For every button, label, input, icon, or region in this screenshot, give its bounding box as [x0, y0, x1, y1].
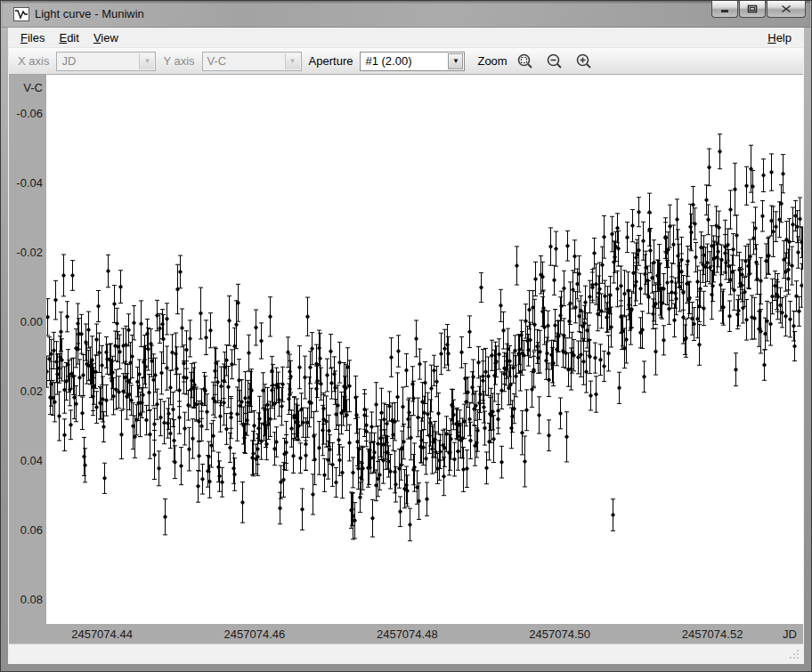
menu-view[interactable]: View [86, 29, 126, 46]
x-axis-label: X axis [18, 54, 49, 68]
zoom-in-icon [575, 53, 593, 70]
x-tick-label: 2457074.52 [682, 627, 743, 641]
aperture-combo-arrow-icon: ▼ [448, 53, 463, 69]
x-axis-combo-value: JD [61, 54, 76, 68]
y-tick-label: 0.00 [20, 314, 43, 328]
x-axis-band: 2457074.442457074.462457074.482457074.50… [9, 624, 803, 644]
window-title: Light curve - Muniwin [35, 7, 144, 20]
close-button[interactable] [767, 1, 806, 18]
y-tick-label: 0.08 [20, 593, 43, 606]
x-axis-title: JD [783, 627, 797, 641]
status-bar [9, 644, 803, 663]
x-tick-label: 2457074.48 [377, 627, 438, 641]
maximize-button[interactable] [739, 1, 766, 18]
y-tick-label: 0.06 [20, 523, 43, 537]
maximize-icon [747, 4, 758, 13]
zoom-selection-button[interactable] [515, 51, 537, 72]
light-curve-canvas[interactable] [46, 75, 803, 624]
menu-bar: Files Edit View Help [9, 28, 803, 48]
aperture-combo[interactable]: #1 (2.00) ▼ [360, 52, 465, 71]
y-tick-label: 0.02 [20, 384, 43, 397]
y-tick-label: -0.04 [16, 175, 43, 189]
y-axis-title: V-C [23, 81, 43, 94]
y-axis-label: Y axis [163, 54, 194, 68]
y-tick-label: 0.04 [20, 454, 43, 467]
resize-grip[interactable] [788, 648, 800, 660]
zoom-in-button[interactable] [573, 51, 596, 72]
zoom-out-icon [546, 53, 564, 70]
zoom-selection-icon [516, 53, 534, 70]
zoom-label: Zoom [477, 54, 507, 68]
chart-region: V-C -0.06-0.04-0.020.000.020.040.060.08 … [9, 75, 803, 644]
x-axis-combo: JD ▼ [56, 52, 156, 71]
x-tick-label: 2457074.50 [529, 627, 590, 641]
menu-edit[interactable]: Edit [52, 29, 85, 46]
y-axis-combo: V-C ▼ [202, 52, 302, 71]
window-controls [710, 1, 806, 18]
y-axis-combo-value: V-C [207, 54, 227, 68]
y-axis-combo-arrow-icon: ▼ [285, 53, 300, 69]
x-tick-label: 2457074.46 [224, 627, 286, 641]
x-tick-label: 2457074.44 [71, 627, 133, 641]
minimize-icon [719, 4, 730, 13]
title-bar[interactable]: Light curve - Muniwin [2, 1, 810, 28]
app-window: Light curve - Muniwin File [0, 0, 812, 672]
menu-help[interactable]: Help [760, 29, 799, 46]
minimize-button[interactable] [711, 1, 738, 18]
y-tick-label: -0.06 [16, 106, 43, 119]
aperture-label: Aperture [309, 54, 353, 68]
window-content: Files Edit View Help X axis JD ▼ Y axis … [8, 28, 804, 664]
toolbar: X axis JD ▼ Y axis V-C ▼ Aperture #1 (2.… [9, 48, 803, 75]
x-axis-combo-arrow-icon: ▼ [139, 53, 154, 69]
y-tick-label: -0.02 [16, 245, 43, 258]
menu-files[interactable]: Files [13, 29, 52, 46]
zoom-out-button[interactable] [544, 51, 566, 72]
close-icon [781, 4, 792, 13]
app-icon [13, 7, 29, 21]
y-axis-gutter: V-C -0.06-0.04-0.020.000.020.040.060.08 [9, 75, 46, 624]
aperture-combo-value: #1 (2.00) [365, 54, 411, 68]
